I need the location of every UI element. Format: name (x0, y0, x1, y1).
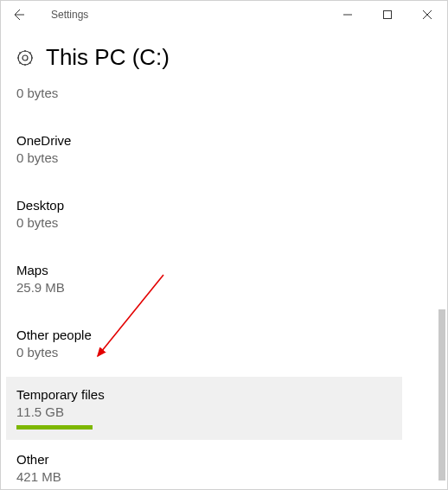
item-size: 0 bytes (16, 85, 419, 102)
storage-item-mail[interactable]: Mail 0 bytes (1, 83, 435, 112)
item-size: 25.9 MB (16, 279, 419, 296)
item-name: OneDrive (16, 132, 419, 150)
minimize-button[interactable] (328, 1, 368, 29)
scrollbar[interactable] (438, 83, 445, 482)
content-area: Mail 0 bytes OneDrive 0 bytes Desktop 0 … (1, 83, 447, 490)
maximize-button[interactable] (368, 1, 407, 29)
item-name: Desktop (16, 197, 419, 214)
close-button[interactable] (407, 1, 447, 29)
minimize-icon (343, 10, 352, 19)
svg-point-2 (18, 51, 32, 65)
item-name: Other people (16, 327, 419, 344)
window-title: Settings (51, 9, 88, 21)
item-size: 421 MB (16, 468, 419, 486)
item-size: 0 bytes (16, 150, 419, 167)
item-usage-bar (16, 425, 93, 430)
item-name: Other (16, 451, 419, 468)
close-icon (423, 10, 432, 19)
storage-item-temporary-files[interactable]: Temporary files 11.5 GB (6, 377, 402, 440)
storage-item-other-people[interactable]: Other people 0 bytes (1, 317, 435, 372)
item-size: 11.5 GB (16, 404, 387, 421)
item-size: 0 bytes (16, 344, 419, 361)
storage-list[interactable]: Mail 0 bytes OneDrive 0 bytes Desktop 0 … (1, 83, 435, 490)
page-header: This PC (C:) (1, 29, 447, 83)
gear-icon (16, 49, 34, 67)
item-name: Temporary files (16, 386, 387, 404)
back-button[interactable] (1, 1, 35, 29)
item-name: Maps (16, 262, 419, 279)
storage-item-other[interactable]: Other 421 MB (1, 442, 435, 490)
svg-rect-0 (384, 11, 392, 19)
back-arrow-icon (11, 8, 25, 22)
window-controls (328, 1, 447, 29)
titlebar: Settings (1, 1, 447, 29)
storage-item-desktop[interactable]: Desktop 0 bytes (1, 188, 435, 242)
item-size: 0 bytes (16, 214, 419, 232)
maximize-icon (383, 10, 392, 19)
page-title: This PC (C:) (46, 44, 170, 71)
svg-point-1 (22, 55, 28, 60)
storage-item-onedrive[interactable]: OneDrive 0 bytes (1, 123, 435, 177)
storage-item-maps[interactable]: Maps 25.9 MB (1, 252, 435, 307)
scrollbar-thumb[interactable] (438, 309, 445, 480)
